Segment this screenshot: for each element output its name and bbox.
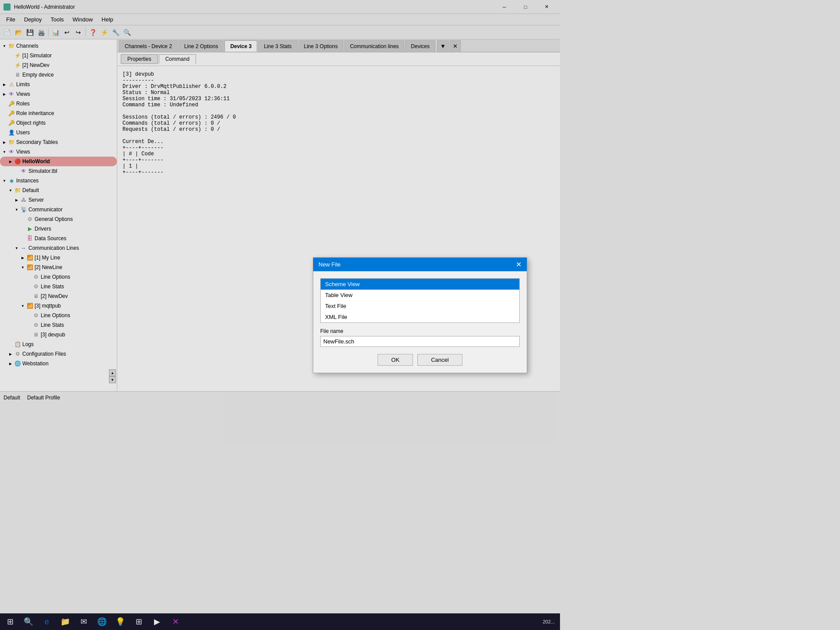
dialog-titlebar: New File ✕ bbox=[313, 258, 527, 271]
list-item-table-view[interactable]: Table View bbox=[321, 290, 519, 301]
dialog-overlay: New File ✕ Scheme View Table View Text F… bbox=[0, 0, 560, 420]
list-item-xml-file[interactable]: XML File bbox=[321, 312, 519, 322]
dialog-buttons: OK Cancel bbox=[320, 354, 520, 366]
dialog-body: Scheme View Table View Text File XML Fil… bbox=[313, 271, 527, 373]
dialog-close-button[interactable]: ✕ bbox=[516, 260, 522, 269]
new-file-dialog: New File ✕ Scheme View Table View Text F… bbox=[313, 257, 527, 373]
filename-input[interactable] bbox=[320, 336, 520, 347]
ok-button[interactable]: OK bbox=[378, 354, 413, 366]
list-item-text-file[interactable]: Text File bbox=[321, 301, 519, 312]
cancel-button[interactable]: Cancel bbox=[417, 354, 462, 366]
filename-label: File name bbox=[320, 328, 520, 334]
list-item-scheme-view[interactable]: Scheme View bbox=[321, 279, 519, 290]
file-type-list: Scheme View Table View Text File XML Fil… bbox=[320, 278, 520, 323]
dialog-title: New File bbox=[318, 261, 341, 268]
